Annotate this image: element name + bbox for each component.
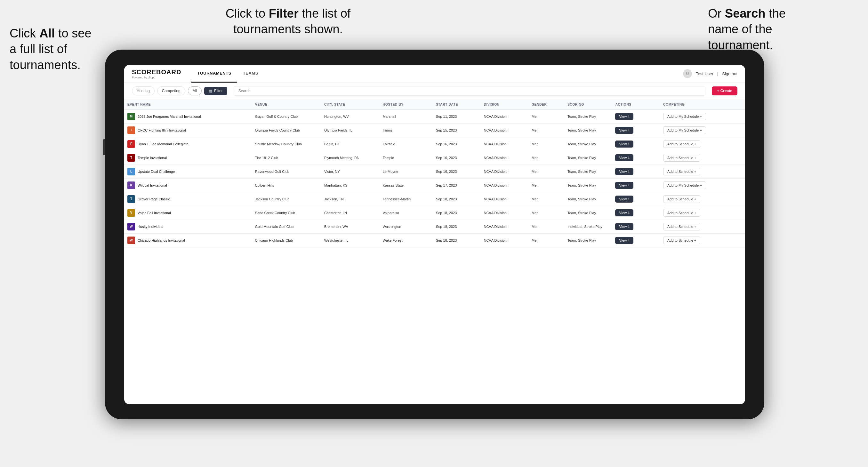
date-cell-1: Sep 15, 2023 — [433, 123, 481, 137]
sign-out-link[interactable]: Sign out — [722, 71, 737, 76]
event-name-cell-0: M 2023 Joe Feaganes Marshall Invitationa… — [124, 110, 252, 123]
scoring-cell-2: Team, Stroke Play — [564, 137, 612, 151]
date-cell-7: Sep 18, 2023 — [433, 206, 481, 220]
add-schedule-button-6[interactable]: Add to Schedule + — [663, 195, 700, 203]
view-button-5[interactable]: View ℹ — [615, 182, 633, 189]
city-cell-7: Chesterton, IN — [321, 206, 380, 220]
add-schedule-button-2[interactable]: Add to Schedule + — [663, 140, 700, 148]
logo-area: SCOREBOARD Powered by clippd — [132, 68, 181, 79]
actions-cell-2: View ℹ — [612, 137, 660, 151]
scoring-cell-0: Team, Stroke Play — [564, 110, 612, 123]
scoring-cell-3: Team, Stroke Play — [564, 151, 612, 164]
gender-cell-1: Men — [528, 123, 564, 137]
col-header-venue: VENUE — [252, 99, 321, 110]
competing-cell-2: Add to Schedule + — [660, 137, 745, 151]
add-schedule-button-7[interactable]: Add to Schedule + — [663, 209, 700, 217]
event-name-cell-8: W Husky Individual — [124, 220, 252, 234]
table-row: K Wildcat Invitational Colbert Hills Man… — [124, 178, 745, 192]
team-logo-9: W — [127, 237, 135, 244]
view-button-8[interactable]: View ℹ — [615, 223, 633, 230]
city-cell-4: Victor, NY — [321, 164, 380, 178]
view-button-0[interactable]: View ℹ — [615, 113, 633, 120]
city-cell-3: Plymouth Meeting, PA — [321, 151, 380, 164]
event-name-cell-9: W Chicago Highlands Invitational — [124, 234, 252, 247]
actions-cell-3: View ℹ — [612, 151, 660, 164]
table-body: M 2023 Joe Feaganes Marshall Invitationa… — [124, 110, 745, 247]
nav-tab-tournaments[interactable]: TOURNAMENTS — [191, 65, 237, 83]
add-schedule-button-5[interactable]: Add to My Schedule + — [663, 182, 706, 189]
add-schedule-button-0[interactable]: Add to My Schedule + — [663, 113, 706, 120]
city-cell-9: Westchester, IL — [321, 234, 380, 247]
view-button-7[interactable]: View ℹ — [615, 209, 633, 216]
event-name-cell-4: L Upstate Dual Challenge — [124, 164, 252, 178]
event-name-cell-1: I OFCC Fighting Illini Invitational — [124, 123, 252, 137]
division-cell-0: NCAA Division I — [480, 110, 528, 123]
view-button-3[interactable]: View ℹ — [615, 154, 633, 161]
search-input[interactable] — [234, 86, 706, 96]
add-schedule-button-9[interactable]: Add to Schedule + — [663, 237, 700, 244]
table-row: T Grover Page Classic Jackson Country Cl… — [124, 192, 745, 206]
venue-cell-2: Shuttle Meadow Country Club — [252, 137, 321, 151]
annotation-filter: Click to Filter the list oftournaments s… — [192, 6, 384, 37]
competing-cell-1: Add to My Schedule + — [660, 123, 745, 137]
col-header-event: EVENT NAME — [124, 99, 252, 110]
create-button[interactable]: + Create — [712, 86, 737, 95]
user-name: Test User — [696, 71, 713, 76]
scoring-cell-4: Team, Stroke Play — [564, 164, 612, 178]
table-row: L Upstate Dual Challenge Ravenwood Golf … — [124, 164, 745, 178]
all-tab[interactable]: All — [188, 86, 202, 95]
gender-cell-3: Men — [528, 151, 564, 164]
view-button-6[interactable]: View ℹ — [615, 195, 633, 203]
date-cell-5: Sep 17, 2023 — [433, 178, 481, 192]
event-name-cell-5: K Wildcat Invitational — [124, 178, 252, 192]
view-button-2[interactable]: View ℹ — [615, 141, 633, 148]
annotation-all: Click All to seea full list oftournament… — [9, 26, 118, 73]
team-logo-5: K — [127, 182, 135, 189]
actions-cell-5: View ℹ — [612, 178, 660, 192]
info-icon-9: ℹ — [628, 239, 629, 242]
filter-bar: Hosting Competing All ▤ Filter + Create — [124, 83, 745, 99]
competing-cell-3: Add to Schedule + — [660, 151, 745, 164]
team-logo-3: T — [127, 154, 135, 162]
filter-button[interactable]: ▤ Filter — [204, 87, 227, 95]
venue-cell-5: Colbert Hills — [252, 178, 321, 192]
hosted-cell-5: Kansas State — [380, 178, 433, 192]
user-avatar: U — [683, 69, 692, 78]
event-name-9: Chicago Highlands Invitational — [137, 239, 185, 242]
info-icon-8: ℹ — [628, 225, 629, 228]
add-schedule-button-8[interactable]: Add to Schedule + — [663, 223, 700, 230]
team-logo-6: T — [127, 195, 135, 203]
team-logo-2: F — [127, 140, 135, 148]
search-input-wrap — [234, 86, 706, 96]
competing-cell-7: Add to Schedule + — [660, 206, 745, 220]
scoring-cell-9: Team, Stroke Play — [564, 234, 612, 247]
add-schedule-button-1[interactable]: Add to My Schedule + — [663, 126, 706, 134]
city-cell-1: Olympia Fields, IL — [321, 123, 380, 137]
event-name-1: OFCC Fighting Illini Invitational — [137, 128, 186, 132]
add-schedule-button-4[interactable]: Add to Schedule + — [663, 168, 700, 176]
competing-cell-5: Add to My Schedule + — [660, 178, 745, 192]
event-name-5: Wildcat Invitational — [137, 183, 167, 187]
tablet-screen: SCOREBOARD Powered by clippd TOURNAMENTS… — [124, 65, 745, 404]
view-button-9[interactable]: View ℹ — [615, 237, 633, 244]
event-name-8: Husky Individual — [137, 225, 163, 228]
view-button-4[interactable]: View ℹ — [615, 168, 633, 175]
venue-cell-1: Olympia Fields Country Club — [252, 123, 321, 137]
date-cell-0: Sep 11, 2023 — [433, 110, 481, 123]
date-cell-4: Sep 16, 2023 — [433, 164, 481, 178]
app-header: SCOREBOARD Powered by clippd TOURNAMENTS… — [124, 65, 745, 83]
venue-cell-3: The 1912 Club — [252, 151, 321, 164]
table-row: I OFCC Fighting Illini Invitational Olym… — [124, 123, 745, 137]
hosting-tab[interactable]: Hosting — [132, 86, 155, 95]
add-schedule-button-3[interactable]: Add to Schedule + — [663, 154, 700, 162]
competing-tab[interactable]: Competing — [157, 86, 185, 95]
date-cell-2: Sep 16, 2023 — [433, 137, 481, 151]
actions-cell-7: View ℹ — [612, 206, 660, 220]
event-name-3: Temple Invitational — [137, 156, 167, 160]
nav-tab-teams[interactable]: TEAMS — [237, 65, 264, 83]
hosted-cell-9: Wake Forest — [380, 234, 433, 247]
gender-cell-8: Men — [528, 220, 564, 234]
col-header-scoring: SCORING — [564, 99, 612, 110]
actions-cell-0: View ℹ — [612, 110, 660, 123]
view-button-1[interactable]: View ℹ — [615, 127, 633, 134]
